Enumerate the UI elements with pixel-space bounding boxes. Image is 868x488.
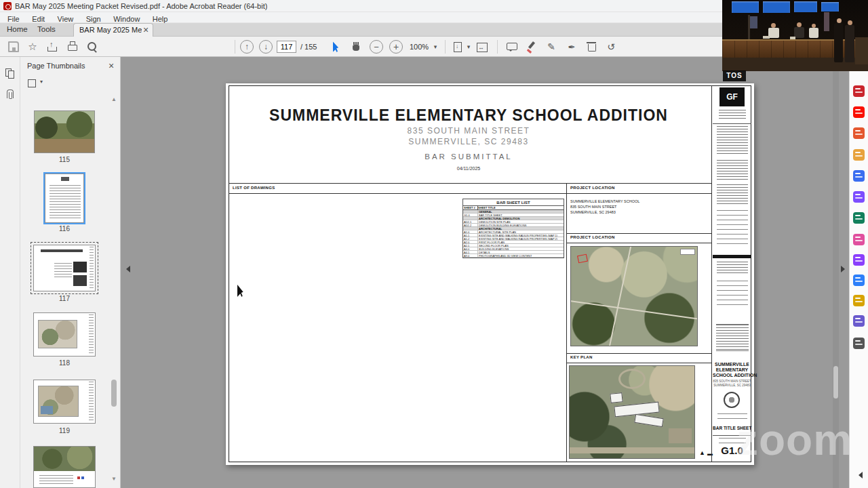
navigation-strip <box>0 57 20 488</box>
page-119-thumbnail[interactable] <box>33 380 96 424</box>
divider <box>566 363 711 363</box>
comment-tool-icon[interactable] <box>853 149 865 161</box>
page-thumbnails-panel: Page Thumbnails 115 116 117 118 <box>20 57 121 488</box>
rotate-pages-icon[interactable] <box>604 40 618 54</box>
thumbnail-options-button[interactable] <box>26 76 43 89</box>
letterhead-mark <box>61 177 69 181</box>
titleblock-column: GF SUMMERVILLE ELEMENTARY SCHOOL ADDITIO… <box>713 85 751 462</box>
color-mark <box>81 476 84 479</box>
attachments-icon[interactable] <box>3 88 16 102</box>
delete-pages-icon[interactable] <box>585 40 598 54</box>
titleblock-strip <box>90 247 94 289</box>
export-pdf-icon[interactable] <box>853 85 865 97</box>
page-115-number: 115 <box>33 156 96 163</box>
zoom-in-button[interactable] <box>389 40 403 54</box>
notes-lines <box>717 281 748 308</box>
favorites-button[interactable] <box>26 40 39 54</box>
panel-close-icon[interactable] <box>104 59 118 73</box>
titleblock-project-address1: 835 SOUTH MAIN STREET <box>713 380 751 383</box>
document-scrollbar-thumb[interactable] <box>833 366 838 399</box>
edit-pdf-icon[interactable] <box>853 191 865 203</box>
select-tool-button[interactable] <box>330 40 343 54</box>
sheet-list-title: BAR SHEET LIST <box>463 199 564 206</box>
project-location-line1: SUMMERVILLE ELEMENTARY SCHOOL <box>570 199 639 204</box>
project-location-line3: SUMMERVILLE, SC 29483 <box>570 209 616 215</box>
panel-title: Page Thumbnails <box>27 62 85 70</box>
combine-files-icon[interactable] <box>853 127 865 139</box>
page-116-thumbnail[interactable] <box>45 174 84 223</box>
fill-sign-tool-icon[interactable] <box>853 274 865 286</box>
page-display-dropdown-icon[interactable] <box>462 40 475 54</box>
scroll-up-icon[interactable]: ▲ <box>111 96 117 102</box>
scroll-down-icon[interactable]: ▼ <box>111 476 117 482</box>
next-page-button[interactable] <box>259 40 273 54</box>
previous-page-button[interactable] <box>240 40 254 54</box>
save-button[interactable] <box>7 40 20 54</box>
measure-icon[interactable] <box>853 338 865 349</box>
menu-sign[interactable]: Sign <box>81 14 106 24</box>
sheet-submittal: BAR SUBMITTAL <box>229 152 709 161</box>
sheet-date: 04/11/2025 <box>229 166 709 171</box>
toolbar-divider <box>445 40 446 54</box>
redact-icon[interactable] <box>853 234 865 245</box>
papers <box>790 37 795 39</box>
titleblock-project-address2: SUMMERVILLE, SC 29483 <box>713 384 751 387</box>
wall-screen <box>794 1 817 12</box>
page-thumbnails-icon[interactable] <box>3 66 16 80</box>
divider <box>711 85 712 462</box>
person-head <box>848 20 852 25</box>
page-119-number: 119 <box>33 427 96 434</box>
architect-logo: GF <box>719 87 745 106</box>
tab-document[interactable]: BAR May 2025 Me... <box>73 23 153 37</box>
wall-screen <box>821 2 839 12</box>
zoom-level-value[interactable]: 100% <box>410 43 429 51</box>
fill-sign-icon[interactable] <box>565 40 578 54</box>
collapse-left-panel-icon[interactable] <box>123 266 130 272</box>
menu-window[interactable]: Window <box>108 14 144 24</box>
scan-ocr-icon[interactable] <box>853 212 865 224</box>
page-115-thumbnail[interactable] <box>34 110 95 153</box>
highlight-icon[interactable] <box>525 40 538 54</box>
wall-screen <box>763 1 790 13</box>
menu-edit[interactable]: Edit <box>27 14 50 24</box>
titleblock-project-line1: SUMMERVILLE <box>713 362 751 367</box>
sheet-title: SUMMERVILLE ELEMENTARY SCHOOL ADDITION <box>229 106 709 125</box>
map-block <box>73 275 87 286</box>
stamp-icon[interactable] <box>853 295 865 306</box>
page-number-input[interactable] <box>277 41 296 53</box>
collapse-rail-icon[interactable] <box>855 472 863 479</box>
papers <box>763 36 770 39</box>
menu-view[interactable]: View <box>53 14 79 24</box>
tab-close-icon[interactable] <box>140 24 151 36</box>
panel-scrollbar-thumb[interactable] <box>111 380 117 407</box>
search-icon[interactable] <box>85 40 99 54</box>
podium <box>855 37 868 64</box>
menu-help[interactable]: Help <box>148 14 173 24</box>
page-120-thumbnail[interactable] <box>33 446 96 488</box>
table-row: A9.0PHOTOGRAPHS AND 3D VIEW CONTENT <box>463 254 564 258</box>
draw-icon[interactable] <box>545 40 558 54</box>
road-line <box>570 300 698 321</box>
page-total-label: / 155 <box>300 43 317 51</box>
request-signatures-icon[interactable] <box>853 315 865 327</box>
hand-tool-button[interactable] <box>349 40 363 54</box>
building-shape <box>634 414 664 427</box>
print-button[interactable] <box>65 40 79 54</box>
sheet-list-lines <box>54 263 72 279</box>
tab-tools[interactable]: Tools <box>37 25 56 33</box>
page-117-thumbnail[interactable] <box>33 245 96 291</box>
share-button[interactable] <box>45 40 58 54</box>
fit-width-button[interactable] <box>475 40 488 54</box>
zoom-dropdown-icon[interactable] <box>429 40 442 54</box>
tab-home[interactable]: Home <box>7 25 28 33</box>
pdf-page: SUMMERVILLE ELEMENTARY SCHOOL ADDITION 8… <box>226 83 754 465</box>
zoom-out-button[interactable] <box>370 40 383 54</box>
create-pdf-icon[interactable] <box>853 106 865 118</box>
comment-icon[interactable] <box>505 40 518 54</box>
page-118-thumbnail[interactable] <box>33 312 96 357</box>
organize-pages-icon[interactable] <box>853 170 865 182</box>
expand-right-panel-icon[interactable] <box>841 266 848 272</box>
divider <box>566 193 711 194</box>
menu-file[interactable]: File <box>3 14 24 24</box>
prepare-form-icon[interactable] <box>853 254 865 266</box>
